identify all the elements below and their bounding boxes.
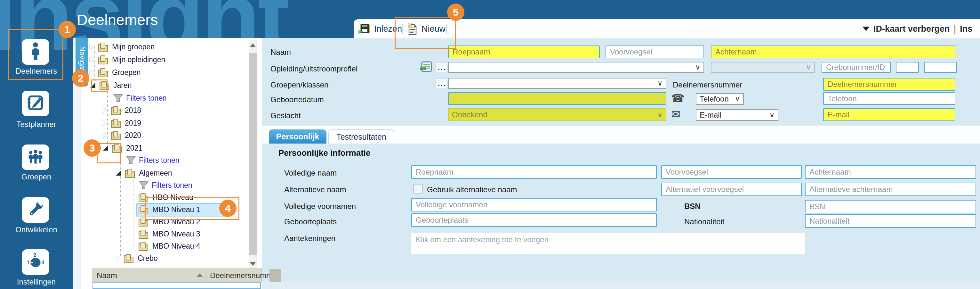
deelnemersnummer-input[interactable] [823, 78, 955, 91]
expand-collapsed-icon[interactable] [102, 120, 106, 126]
expand-collapsed-icon[interactable] [90, 57, 94, 62]
geboortedatum-input[interactable] [448, 92, 667, 105]
telefoon-type-value: Telefoon [700, 94, 729, 104]
sidebar-item-ontwikkelen[interactable] [22, 197, 49, 223]
folder-icon [98, 67, 110, 78]
gebruik-alternatieve-naam-checkbox[interactable] [413, 184, 423, 193]
opleiding-browse-button[interactable]: ... [435, 62, 447, 72]
bsn-label: BSN [684, 202, 701, 211]
small-field-2[interactable] [924, 62, 957, 73]
scrollbar-thumb[interactable] [249, 53, 257, 255]
tree-item-2019[interactable]: 2019 [102, 117, 141, 129]
geslacht-label: Geslacht [270, 111, 301, 120]
sidebar-item-testplanner[interactable] [22, 91, 49, 116]
geboorteplaats-input[interactable] [411, 213, 657, 227]
expand-collapsed-icon[interactable] [102, 107, 106, 113]
tree-item-crebo[interactable]: Crebo [115, 252, 158, 264]
sidebar-label-testplanner[interactable]: Testplanner [0, 120, 73, 129]
opleiding-select[interactable]: ∨ [448, 62, 704, 73]
aantekeningen-label: Aantekeningen [284, 234, 336, 243]
table-filter-row[interactable] [92, 282, 261, 289]
dial-icon: 213 [26, 252, 45, 272]
groepen-select[interactable]: ∨ [448, 78, 667, 89]
geslacht-select[interactable]: Onbekend ∨ [448, 108, 667, 121]
annotation-circle-4: 4 [219, 200, 237, 217]
filter-icon [126, 155, 136, 165]
expand-collapsed-icon[interactable] [90, 70, 94, 75]
tree-item-2018[interactable]: 2018 [102, 104, 141, 116]
email-icon: ✉ [671, 109, 681, 120]
small-field-1[interactable] [896, 62, 919, 73]
annotation-circle-2: 2 [72, 70, 89, 87]
expand-collapsed-icon[interactable] [102, 133, 106, 138]
expand-expanded-icon[interactable] [116, 171, 121, 176]
folder-icon [111, 118, 122, 128]
volledige-voornamen-input[interactable] [411, 198, 657, 211]
uitstroomprofiel-select[interactable]: ∨ [711, 62, 815, 73]
voorvoegsel-input[interactable] [606, 45, 704, 58]
aantekeningen-textarea[interactable] [411, 233, 805, 254]
tree-item-filters-tonen-1[interactable]: Filters tonen [113, 92, 167, 104]
telefoon-type-select[interactable]: Telefoon ∨ [696, 93, 744, 105]
expand-collapsed-icon[interactable] [115, 255, 119, 261]
idcard-toggle[interactable]: ID-kaart verbergen | Ins [862, 19, 972, 38]
folder-icon [98, 42, 110, 52]
tree-scrollbar[interactable] [249, 40, 257, 268]
svg-text:2: 2 [33, 252, 36, 258]
email-type-select[interactable]: E-mail ∨ [696, 109, 778, 121]
expand-collapsed-icon[interactable] [90, 44, 94, 49]
alt-voorvoegsel-input[interactable] [661, 183, 802, 196]
gebruik-alternatieve-naam-label: Gebruik alternatieve naam [427, 185, 517, 194]
annotation-circle-5: 5 [447, 3, 465, 21]
annotation-circle-3: 3 [84, 139, 101, 156]
volledige-naam-input[interactable] [411, 165, 657, 179]
tab-testresultaten[interactable]: Testresultaten [328, 129, 394, 144]
column-divider[interactable] [206, 269, 207, 282]
sidebar-label-ontwikkelen[interactable]: Ontwikkelen [0, 225, 73, 234]
annotation-box-5 [395, 17, 456, 49]
sort-asc-icon[interactable] [197, 273, 203, 277]
column-deelnemersnummer[interactable]: Deelnemersnumn [210, 271, 270, 280]
email-type-value: E-mail [700, 110, 721, 120]
achternaam2-input[interactable] [805, 165, 976, 179]
telefoon-input[interactable] [823, 92, 955, 105]
chevron-down-icon: ∨ [657, 110, 662, 119]
email-input[interactable] [823, 108, 955, 121]
bsn-input[interactable] [805, 200, 976, 213]
folder-icon [111, 130, 122, 141]
tab-persoonlijk[interactable]: Persoonlijk [269, 129, 326, 144]
geboorteplaats-label: Geboorteplaats [284, 217, 337, 226]
voorvoegsel2-input[interactable] [661, 165, 802, 179]
tree-item-mbo-niveau-3[interactable]: MBO Niveau 3 [138, 228, 200, 240]
tree-item-2020[interactable]: 2020 [102, 129, 141, 141]
tree-item-filters-tonen-3[interactable]: Filters tonen [138, 179, 192, 191]
scroll-down-icon[interactable] [250, 262, 256, 266]
groepen-label: Groepen/klassen [270, 80, 328, 89]
tree-item-groepen[interactable]: Groepen [90, 66, 141, 78]
alt-achternaam-input[interactable] [805, 183, 976, 196]
tree-item-algemeen[interactable]: Algemeen [116, 167, 172, 179]
tree-item-mbo-niveau-4[interactable]: MBO Niveau 4 [138, 240, 200, 252]
sidebar-label-instellingen[interactable]: Instellingen [0, 278, 73, 286]
achternaam-input[interactable] [711, 45, 955, 58]
people-icon [26, 148, 45, 167]
sidebar-item-groepen[interactable] [22, 145, 49, 170]
nationaliteit-input[interactable] [805, 214, 976, 228]
page-title: Deelnemers [77, 11, 158, 29]
groepen-browse-button[interactable]: ... [435, 78, 447, 88]
idcard-toggle-label[interactable]: ID-kaart verbergen [873, 24, 950, 34]
deelnemersnummer-label: Deelnemersnummer [673, 80, 742, 89]
crebonummer-input[interactable] [822, 62, 891, 73]
column-naam[interactable]: Naam [97, 271, 117, 280]
import-icon[interactable] [420, 61, 432, 74]
idcard-more-link[interactable]: Ins [960, 24, 972, 34]
scroll-up-icon[interactable] [250, 43, 256, 47]
tree-item-mijn-groepen[interactable]: Mijn groepen [90, 41, 154, 53]
geslacht-value: Onbekend [452, 110, 487, 119]
tree-item-filters-tonen-2[interactable]: Filters tonen [126, 154, 180, 166]
tree-item-mijn-opleidingen[interactable]: Mijn opleidingen [90, 54, 165, 65]
roepnaam-input[interactable] [448, 45, 600, 58]
table-corner [269, 269, 281, 282]
sidebar-item-instellingen[interactable]: 213 [22, 249, 49, 275]
sidebar-label-groepen[interactable]: Groepen [0, 172, 73, 181]
